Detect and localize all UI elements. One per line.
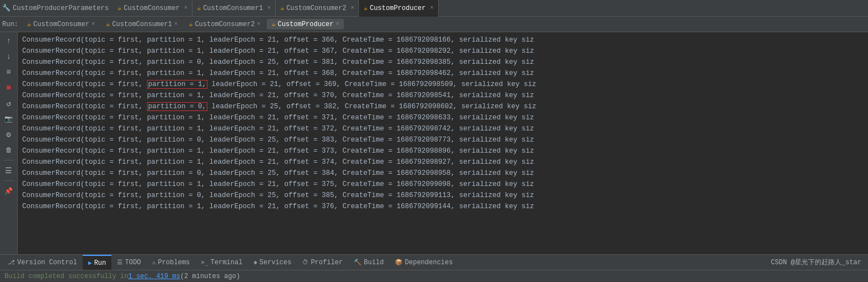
tab-build-label: Build: [364, 259, 384, 266]
run-tab-label: CustomConsumer: [33, 21, 89, 28]
tab-problems-label: Problems: [158, 259, 190, 266]
scroll-down-button[interactable]: ↓: [2, 50, 16, 63]
run-label: Run:: [2, 21, 18, 28]
run-tab-customconsumer[interactable]: ☕ CustomConsumer ×: [23, 19, 99, 29]
tab-todo-label: TODO: [125, 259, 141, 266]
left-toolbar: ↑ ↓ ≡ ■ ↺ 📷 ⚙ 🗑 ☰ 📌: [0, 32, 18, 254]
build-success-text: Build completed successfully in: [4, 273, 128, 280]
screenshot-button[interactable]: 📷: [2, 112, 16, 125]
tab-services-label: Services: [260, 259, 292, 266]
version-control-icon: ⎇: [8, 259, 15, 266]
tab-services[interactable]: ◈ Services: [248, 255, 297, 270]
log-line: ConsumerRecord(topic = first, partition …: [22, 168, 864, 179]
run-tab-label-1: CustomConsumer1: [112, 21, 172, 28]
tab-dependencies-label: Dependencies: [405, 259, 453, 266]
stop-button[interactable]: ■: [2, 81, 16, 94]
run-java-icon-2: ☕: [189, 20, 192, 28]
highlighted-partition-0: partition = 0,: [147, 102, 207, 111]
tab-problems[interactable]: ⚠ Problems: [146, 255, 195, 270]
run-java-icon: ☕: [27, 20, 31, 28]
tab-build[interactable]: 🔨 Build: [348, 255, 389, 270]
profiler-icon: ⏱: [302, 259, 308, 266]
log-line: ConsumerRecord(topic = first, partition …: [22, 101, 864, 112]
filter-button[interactable]: ≡: [2, 66, 16, 79]
toolbar-separator-1: [3, 160, 14, 160]
build-time-text[interactable]: 1 sec. 419 ms: [128, 273, 180, 280]
window-title: CustomProducerParameters: [13, 4, 109, 12]
run-tab-close[interactable]: ×: [92, 21, 95, 27]
tab-version-control-label: Version Control: [17, 259, 77, 266]
trash-button[interactable]: 🗑: [2, 143, 16, 157]
tab-run-label: Run: [94, 259, 106, 267]
tab-java-icon-3: ☕: [363, 4, 367, 12]
highlighted-partition-1: partition = 1,: [147, 80, 207, 89]
tab-close-icon-1[interactable]: ×: [267, 5, 271, 11]
tab-close-icon-3[interactable]: ×: [430, 5, 434, 11]
tab-terminal-label: Terminal: [211, 259, 243, 266]
console-output[interactable]: ConsumerRecord(topic = first, partition …: [18, 32, 868, 254]
settings-button[interactable]: ⚙: [2, 128, 16, 141]
scroll-up-button[interactable]: ↑: [2, 34, 16, 48]
tab-java-icon-2: ☕: [280, 4, 284, 12]
log-line: ConsumerRecord(topic = first, partition …: [22, 68, 864, 79]
tab-version-control[interactable]: ⎇ Version Control: [2, 255, 83, 270]
log-line: ConsumerRecord(topic = first, partition …: [22, 79, 864, 90]
terminal-icon: >_: [201, 259, 208, 266]
tab-label-3: CustomProducer: [370, 4, 426, 12]
tab-dependencies[interactable]: 📦 Dependencies: [389, 255, 458, 270]
tab-run[interactable]: ▶ Run: [83, 255, 111, 270]
build-suffix-text: (2 minutes ago): [180, 273, 240, 280]
run-bar: Run: ☕ CustomConsumer × ☕ CustomConsumer…: [0, 17, 868, 32]
dependencies-icon: 📦: [395, 259, 403, 266]
tab-bar: 🔧 CustomProducerParameters ☕ CustomConsu…: [0, 0, 868, 17]
tab-customconsumer2[interactable]: ☕ CustomConsumer2 ×: [276, 0, 359, 17]
bottom-bar: ⎇ Version Control ▶ Run ☰ TODO ⚠ Problem…: [0, 254, 868, 270]
problems-icon: ⚠: [152, 259, 156, 266]
tab-close-icon-2[interactable]: ×: [351, 5, 354, 11]
run-tab-label-2: CustomConsumer2: [195, 21, 255, 28]
tab-java-icon: ☕: [118, 4, 121, 12]
tab-customconsumer1[interactable]: ☕ CustomConsumer1 ×: [192, 0, 276, 17]
run-tab-customconsumer1[interactable]: ☕ CustomConsumer1 ×: [101, 19, 182, 29]
tab-todo[interactable]: ☰ TODO: [111, 255, 146, 270]
toolbar-separator-2: [3, 180, 14, 181]
run-tab-close-3[interactable]: ×: [336, 21, 339, 27]
run-java-icon-1: ☕: [106, 20, 110, 28]
log-line: ConsumerRecord(topic = first, partition …: [22, 145, 864, 157]
pin-button[interactable]: 📌: [2, 184, 16, 198]
log-line: ConsumerRecord(topic = first, partition …: [22, 134, 864, 145]
log-line: ConsumerRecord(topic = first, partition …: [22, 112, 864, 123]
run-tab-customconsumer2[interactable]: ☕ CustomConsumer2 ×: [184, 19, 265, 29]
tab-customconsumer[interactable]: ☕ CustomConsumer ×: [113, 0, 192, 17]
run-tab-close-2[interactable]: ×: [257, 21, 260, 27]
log-line: ConsumerRecord(topic = first, partition …: [22, 123, 864, 134]
rerun-button[interactable]: ↺: [2, 97, 16, 110]
window-title-icon: 🔧: [2, 4, 11, 12]
lines-button[interactable]: ☰: [2, 164, 16, 177]
run-tab-close-1[interactable]: ×: [174, 21, 177, 27]
log-line: ConsumerRecord(topic = first, partition …: [22, 201, 864, 212]
build-icon: 🔨: [354, 259, 362, 266]
main-area: ↑ ↓ ≡ ■ ↺ 📷 ⚙ 🗑 ☰ 📌 ConsumerRecord(topic…: [0, 32, 868, 254]
tab-java-icon-1: ☕: [197, 4, 201, 12]
build-status-bar: Build completed successfully in 1 sec. 4…: [0, 270, 868, 282]
run-java-icon-3: ☕: [271, 20, 275, 28]
tab-label: CustomConsumer: [124, 4, 180, 12]
tab-close-icon[interactable]: ×: [184, 5, 187, 11]
credits-text: CSDN @星光下的赶路人_star: [771, 258, 866, 267]
log-line: ConsumerRecord(topic = first, partition …: [22, 57, 864, 68]
log-line: ConsumerRecord(topic = first, partition …: [22, 90, 864, 101]
log-line: ConsumerRecord(topic = first, partition …: [22, 34, 864, 46]
todo-icon: ☰: [117, 259, 123, 266]
tab-customproducer[interactable]: ☕ CustomProducer ×: [359, 0, 438, 17]
tab-terminal[interactable]: >_ Terminal: [195, 255, 248, 270]
run-icon: ▶: [88, 259, 92, 266]
tab-profiler[interactable]: ⏱ Profiler: [297, 255, 348, 270]
log-line: ConsumerRecord(topic = first, partition …: [22, 46, 864, 57]
log-line: ConsumerRecord(topic = first, partition …: [22, 190, 864, 201]
run-tab-label-3: CustomProducer: [278, 21, 334, 28]
run-tab-customproducer[interactable]: ☕ CustomProducer ×: [267, 19, 343, 29]
tab-label-1: CustomConsumer1: [203, 4, 263, 12]
tab-profiler-label: Profiler: [311, 259, 343, 266]
log-line: ConsumerRecord(topic = first, partition …: [22, 157, 864, 168]
